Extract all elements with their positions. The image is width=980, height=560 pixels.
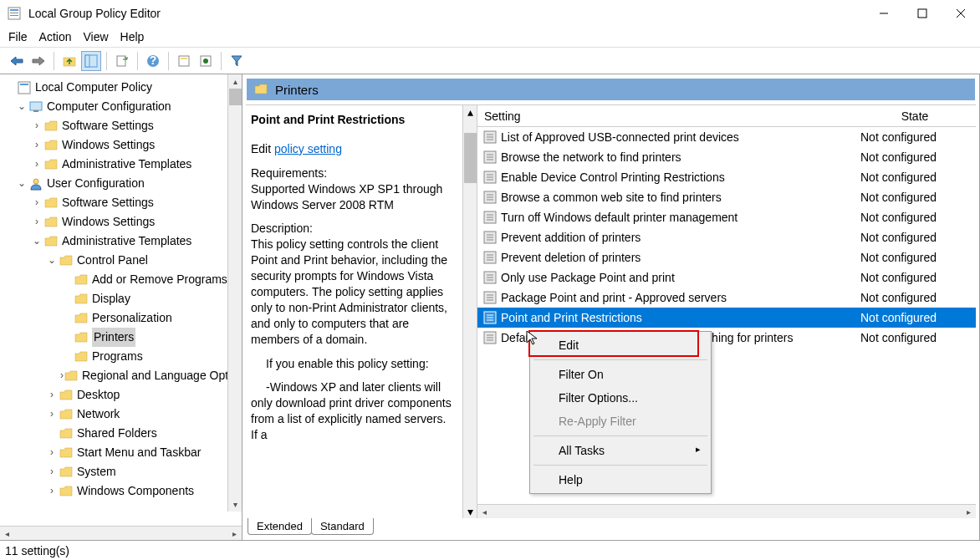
folder-icon	[59, 388, 74, 403]
tree-item[interactable]: ›Windows Settings	[3, 212, 242, 232]
help-button[interactable]: ?	[143, 51, 163, 71]
policy-icon	[482, 210, 498, 225]
tree-vscrollbar[interactable]: ▴▾	[227, 74, 242, 512]
context-filter-on[interactable]: Filter On	[532, 363, 709, 386]
tree-root[interactable]: Local Computer Policy	[3, 78, 242, 97]
maximize-button[interactable]	[903, 0, 942, 27]
expand-icon[interactable]: ›	[45, 481, 59, 501]
up-button[interactable]	[59, 51, 79, 71]
expand-icon[interactable]: ›	[30, 193, 43, 212]
icon-button-1[interactable]	[174, 51, 194, 71]
setting-state: Not configured	[854, 211, 976, 224]
setting-state: Not configured	[854, 171, 976, 184]
edit-policy-link[interactable]: policy setting	[274, 142, 342, 155]
svg-point-17	[203, 59, 208, 64]
menu-action[interactable]: Action	[39, 30, 72, 43]
folder-icon	[59, 407, 74, 422]
tree-item[interactable]: Personalization	[3, 308, 242, 328]
menu-file[interactable]: File	[8, 30, 28, 43]
list-hscrollbar[interactable]: ◂▸	[477, 504, 976, 518]
expand-icon[interactable]: ›	[30, 116, 43, 135]
list-row[interactable]: Prevent deletion of printersNot configur…	[477, 247, 976, 267]
list-row[interactable]: Browse the network to find printersNot c…	[477, 147, 976, 167]
icon-button-2[interactable]	[196, 51, 216, 71]
svg-rect-19	[20, 84, 28, 85]
expand-icon[interactable]: ›	[30, 135, 43, 155]
tree-item[interactable]: Shared Folders	[3, 424, 242, 443]
tree-item[interactable]: Display	[3, 289, 242, 308]
list-row[interactable]: Only use Package Point and printNot conf…	[477, 267, 976, 288]
status-text: 11 setting(s)	[5, 544, 69, 557]
expand-icon[interactable]: ›	[45, 405, 59, 424]
minimize-button[interactable]	[865, 0, 903, 27]
tree-printers[interactable]: Printers	[3, 328, 242, 347]
context-all-tasks[interactable]: All Tasks▸	[532, 439, 709, 462]
context-help[interactable]: Help	[532, 468, 709, 491]
policy-icon	[482, 310, 498, 325]
tree-user-config[interactable]: ⌄ User Configuration	[3, 174, 242, 193]
back-button[interactable]	[7, 51, 27, 71]
export-button[interactable]	[112, 51, 132, 71]
tree-item[interactable]: ›Network	[3, 405, 242, 424]
tree-item[interactable]: ›Software Settings	[3, 193, 242, 212]
setting-name: List of Approved USB-connected print dev…	[501, 130, 854, 144]
tree-item[interactable]: ›Windows Components	[3, 481, 242, 501]
show-hide-tree-button[interactable]	[81, 51, 101, 71]
setting-state: Not configured	[854, 130, 976, 144]
user-icon	[28, 176, 43, 191]
list-row[interactable]: Turn off Windows default printer managem…	[477, 207, 976, 227]
tree-control-panel[interactable]: ⌄Control Panel	[3, 251, 242, 270]
tree-item[interactable]: ›Administrative Templates	[3, 155, 242, 174]
list-row[interactable]: Point and Print RestrictionsNot configur…	[477, 308, 976, 328]
tree-item[interactable]: ›Start Menu and Taskbar	[3, 443, 242, 462]
details-header: Printers	[246, 78, 976, 101]
tree-item[interactable]: ›Software Settings	[3, 116, 242, 135]
collapse-icon[interactable]: ⌄	[45, 251, 59, 270]
setting-state: Not configured	[854, 311, 976, 324]
folder-icon	[74, 272, 89, 288]
forward-button[interactable]	[28, 51, 48, 71]
folder-icon	[43, 196, 59, 211]
menu-view[interactable]: View	[83, 30, 108, 43]
tab-standard[interactable]: Standard	[311, 518, 374, 535]
menu-help[interactable]: Help	[120, 30, 145, 43]
expand-icon[interactable]: ›	[45, 462, 59, 481]
expand-icon[interactable]: ›	[45, 443, 59, 462]
tree-item[interactable]: Add or Remove Programs	[3, 270, 242, 289]
svg-rect-20	[30, 102, 42, 110]
column-setting[interactable]: Setting	[477, 109, 854, 123]
tree-item[interactable]: ›Windows Settings	[3, 135, 242, 155]
tab-extended[interactable]: Extended	[248, 518, 312, 535]
context-edit[interactable]: Edit	[532, 333, 709, 357]
list-row[interactable]: Prevent addition of printersNot configur…	[477, 227, 976, 247]
tree-item[interactable]: Programs	[3, 347, 242, 366]
collapse-icon[interactable]: ⌄	[30, 232, 43, 251]
setting-state: Not configured	[854, 251, 976, 264]
tree-computer-config[interactable]: ⌄ Computer Configuration	[3, 97, 242, 116]
collapse-icon[interactable]: ⌄	[15, 174, 28, 193]
expand-icon[interactable]: ›	[45, 385, 59, 405]
context-filter-options[interactable]: Filter Options...	[532, 386, 709, 410]
list-vscrollbar[interactable]: ▴▾	[463, 105, 477, 518]
expand-icon[interactable]: ›	[30, 155, 43, 174]
collapse-icon[interactable]: ⌄	[15, 97, 28, 116]
list-row[interactable]: Browse a common web site to find printer…	[477, 187, 976, 207]
column-state[interactable]: State	[854, 109, 976, 123]
folder-icon	[43, 138, 59, 153]
expand-icon[interactable]: ›	[30, 212, 43, 232]
filter-button[interactable]	[227, 51, 247, 71]
svg-rect-11	[117, 56, 125, 66]
list-row[interactable]: Package Point and print - Approved serve…	[477, 288, 976, 308]
tree-admin-templates[interactable]: ⌄Administrative Templates	[3, 232, 242, 251]
folder-icon	[43, 215, 59, 230]
tree-item[interactable]: ›System	[3, 462, 242, 481]
close-button[interactable]	[942, 0, 980, 27]
list-row[interactable]: Enable Device Control Printing Restricti…	[477, 167, 976, 187]
svg-rect-5	[918, 9, 926, 18]
tree-hscrollbar[interactable]: ◂▸	[0, 526, 242, 540]
list-row[interactable]: List of Approved USB-connected print dev…	[477, 127, 976, 147]
tree-item[interactable]: ›Desktop	[3, 385, 242, 405]
tree-item[interactable]: ›Regional and Language Options	[3, 366, 242, 385]
toolbar: ?	[0, 47, 980, 74]
folder-icon	[59, 465, 74, 480]
